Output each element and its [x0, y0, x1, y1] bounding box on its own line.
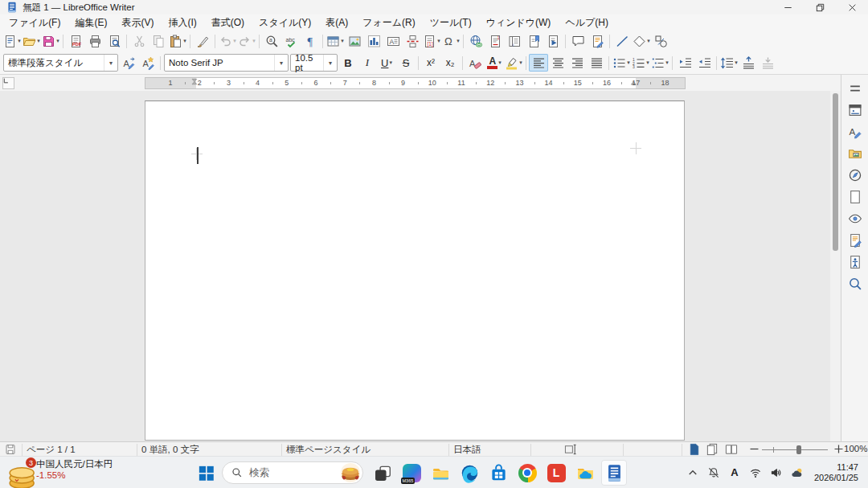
- basic-shapes-button[interactable]: ▾: [632, 32, 651, 50]
- zoom-level-status[interactable]: 100%: [844, 444, 867, 453]
- chrome-taskbar-icon[interactable]: [514, 460, 540, 486]
- insert-line-button[interactable]: [612, 32, 632, 50]
- font-size-dropdown-arrow-icon[interactable]: ▾: [323, 55, 337, 71]
- list-number-button[interactable]: 123▾: [631, 54, 650, 72]
- track-changes-button[interactable]: [588, 32, 607, 50]
- menu-item-表示(V)[interactable]: 表示(V): [114, 14, 161, 31]
- list-outline-button[interactable]: ▾: [650, 54, 669, 72]
- indent-decrease-button[interactable]: [694, 54, 714, 72]
- tray-wifi-icon[interactable]: [745, 462, 766, 483]
- menu-item-挿入(I)[interactable]: 挿入(I): [161, 14, 203, 31]
- search-highlight-image[interactable]: [341, 463, 360, 482]
- selection-mode-icon[interactable]: [564, 443, 577, 456]
- ruler-band[interactable]: 123456789101112131415161718: [145, 77, 686, 89]
- sidebar-page-icon[interactable]: [845, 187, 864, 206]
- list-outline-dropdown-arrow-icon[interactable]: ▾: [665, 59, 669, 66]
- onedrive-folder-taskbar-icon[interactable]: [572, 460, 598, 486]
- menu-item-フォーム(R)[interactable]: フォーム(R): [355, 14, 423, 31]
- word-count-status[interactable]: 0 単語, 0 文字: [141, 444, 199, 456]
- view-multi-page-button[interactable]: [706, 443, 719, 456]
- undo-dropdown-arrow-icon[interactable]: ▾: [233, 38, 236, 44]
- open-file-dropdown-arrow-icon[interactable]: ▾: [37, 38, 40, 44]
- menu-item-ヘルプ(H)[interactable]: ヘルプ(H): [558, 14, 616, 31]
- insert-image-button[interactable]: [345, 32, 364, 50]
- indent-increase-button[interactable]: [675, 54, 694, 72]
- zoom-in-button[interactable]: [833, 444, 844, 454]
- clone-formatting-button[interactable]: [193, 32, 212, 50]
- zoom-out-button[interactable]: [749, 444, 760, 454]
- sidebar-find-icon[interactable]: [845, 274, 864, 293]
- basic-shapes-dropdown-arrow-icon[interactable]: ▾: [647, 38, 650, 44]
- strikethrough-button[interactable]: S: [396, 54, 416, 72]
- tray-volume-icon[interactable]: [766, 462, 787, 483]
- document-area[interactable]: [0, 91, 841, 441]
- document-page[interactable]: [145, 100, 685, 441]
- insert-special-character-dropdown-arrow-icon[interactable]: ▾: [457, 38, 460, 44]
- view-book-button[interactable]: [725, 443, 738, 456]
- list-number-dropdown-arrow-icon[interactable]: ▾: [646, 59, 649, 66]
- page-number-status[interactable]: ページ 1 / 1: [27, 444, 76, 456]
- sidebar-sidebar-settings-icon[interactable]: [845, 79, 864, 97]
- show-draw-functions-button[interactable]: [651, 32, 670, 50]
- bold-button[interactable]: B: [338, 54, 358, 72]
- insert-table-dropdown-arrow-icon[interactable]: ▾: [341, 38, 344, 44]
- insert-special-character-button[interactable]: Ω▾: [441, 32, 461, 50]
- highlight-color-button[interactable]: ▾: [504, 54, 523, 72]
- insert-textbox-button[interactable]: A: [383, 32, 403, 50]
- font-name-combobox[interactable]: Noto Serif JP▾: [164, 54, 289, 72]
- align-center-button[interactable]: [548, 54, 567, 72]
- clear-formatting-button[interactable]: A: [465, 54, 485, 72]
- page-style-status[interactable]: 標準ページスタイル: [286, 444, 371, 456]
- insert-cross-reference-button[interactable]: [543, 32, 563, 50]
- redo-dropdown-arrow-icon[interactable]: ▾: [252, 38, 256, 44]
- zoom-slider-track[interactable]: [762, 449, 828, 450]
- new-document-button[interactable]: ▾: [2, 32, 22, 50]
- tray-weather-icon[interactable]: [787, 462, 808, 483]
- find-replace-button[interactable]: a: [262, 32, 281, 50]
- save-button[interactable]: ▾: [41, 32, 60, 50]
- menu-item-ツール(T)[interactable]: ツール(T): [423, 14, 479, 31]
- sidebar-style-inspector-icon[interactable]: [845, 209, 864, 228]
- superscript-button[interactable]: x²: [421, 54, 440, 72]
- insert-field-dropdown-arrow-icon[interactable]: ▾: [437, 38, 440, 44]
- highlight-color-dropdown-arrow-icon[interactable]: ▾: [519, 59, 522, 66]
- horizontal-ruler[interactable]: 123456789101112131415161718: [0, 75, 841, 91]
- sidebar-accessibility-check-icon[interactable]: [845, 252, 864, 271]
- search-box[interactable]: 検索: [222, 461, 363, 484]
- new-document-dropdown-arrow-icon[interactable]: ▾: [18, 38, 21, 44]
- widgets-button[interactable]: 3 中国人民元/日本円 -1.55%: [8, 458, 113, 481]
- save-status-icon[interactable]: [5, 444, 16, 455]
- tray-tray-expand-icon[interactable]: [682, 462, 703, 483]
- align-right-button[interactable]: [567, 54, 587, 72]
- print-button[interactable]: [85, 32, 104, 50]
- writer-app-taskbar-icon[interactable]: [601, 460, 627, 486]
- new-style-button[interactable]: A: [138, 54, 158, 72]
- insert-chart-button[interactable]: [364, 32, 383, 50]
- open-file-button[interactable]: ▾: [22, 32, 41, 50]
- align-justify-button[interactable]: [587, 54, 606, 72]
- para-space-increase-button[interactable]: [739, 54, 758, 72]
- edge-taskbar-icon[interactable]: [457, 460, 482, 486]
- sidebar-properties-icon[interactable]: [845, 100, 864, 119]
- font-color-dropdown-arrow-icon[interactable]: ▾: [498, 59, 502, 66]
- tray-notifications-muted-icon[interactable]: [703, 462, 724, 483]
- subscript-button[interactable]: x₂: [440, 54, 460, 72]
- underline-button[interactable]: U▾: [377, 54, 396, 72]
- underline-dropdown-arrow-icon[interactable]: ▾: [389, 59, 392, 66]
- font-color-button[interactable]: A▾: [485, 54, 504, 72]
- copilot-taskbar-icon[interactable]: M365: [399, 460, 424, 486]
- paragraph-style-dropdown-arrow-icon[interactable]: ▾: [104, 55, 117, 71]
- close-button[interactable]: [836, 0, 868, 14]
- spelling-button[interactable]: abc: [281, 32, 301, 50]
- restore-button[interactable]: [804, 0, 836, 14]
- export-pdf-button[interactable]: PDF: [66, 32, 85, 50]
- insert-comment-button[interactable]: [568, 32, 588, 50]
- paste-button[interactable]: ▾: [168, 32, 187, 50]
- taskbar-clock[interactable]: 11:47 2026/01/25: [814, 462, 858, 483]
- sidebar-navigator-icon[interactable]: [845, 166, 864, 184]
- insert-field-button[interactable]: [1]▾: [422, 32, 441, 50]
- vertical-scrollbar-thumb[interactable]: [833, 93, 838, 251]
- store-taskbar-icon[interactable]: [485, 460, 511, 486]
- l-app-taskbar-icon[interactable]: L: [543, 460, 569, 486]
- paste-dropdown-arrow-icon[interactable]: ▾: [183, 38, 186, 44]
